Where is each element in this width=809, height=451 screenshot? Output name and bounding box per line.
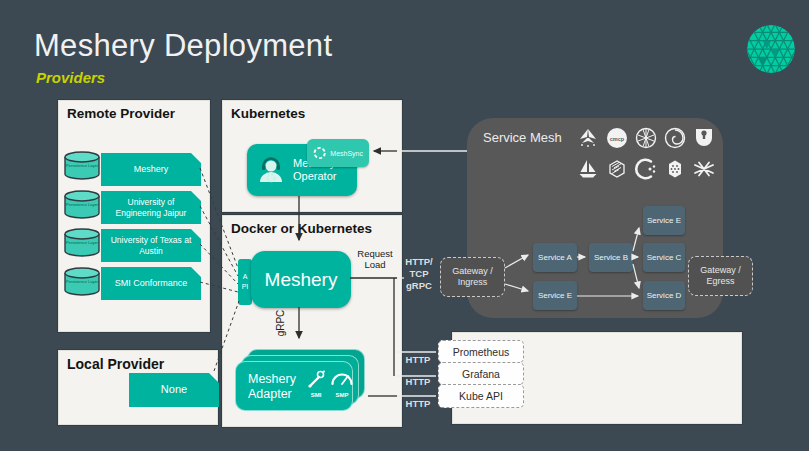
http-label: HTTP [400, 376, 436, 388]
service-node-label: Service D [647, 291, 682, 300]
shield-u-icon [692, 126, 716, 150]
page-subtitle: Providers [36, 69, 105, 86]
persistence-layer-label: Persistence Layer [65, 203, 99, 207]
sync-spinner-icon [313, 146, 326, 160]
hexagon-icon [663, 157, 687, 181]
operator-headset-icon [255, 154, 287, 186]
http-tcp-grpc-label: HTTP/ TCP gRPC [400, 256, 438, 292]
persistence-layer-label: Persistence Layer [65, 241, 99, 245]
page-title: Meshery Deployment [34, 28, 332, 64]
smi-tool-icon [306, 369, 326, 391]
service-node: Service C [643, 243, 685, 272]
service-node: Service B [589, 243, 633, 272]
service-node-label: Service C [647, 253, 682, 262]
meshery-box-label: Meshery [265, 269, 338, 291]
service-node: Service D [643, 281, 685, 310]
service-node-label: Service A [538, 253, 572, 262]
smp-gauge-icon [330, 369, 354, 391]
cube-mesh-icon [605, 157, 629, 181]
swirl-icon [663, 126, 687, 150]
gateway-egress-label: Gateway / Egress [695, 265, 746, 288]
remote-provider-item-label: University of Engineering Jaipur [105, 197, 197, 218]
remote-provider-item-label: SMI Conformance [115, 278, 188, 289]
service-node: Service A [533, 243, 577, 272]
mesh-sphere-icon [634, 126, 658, 150]
sailboat-icon [576, 157, 600, 181]
service-mesh-box: Service Mesh cmcp [467, 118, 723, 318]
meshsync-label: MeshSync [330, 150, 363, 157]
slide: Meshery Deployment Providers Remote Prov… [0, 0, 809, 451]
gateway-egress-box: Gateway / Egress [688, 256, 753, 296]
grafana-box: Grafana [438, 362, 524, 385]
local-provider-title: Local Provider [67, 356, 164, 372]
remote-provider-item: University of Texas at Austin [101, 229, 201, 262]
meshsync-box: MeshSync [307, 139, 369, 167]
remote-provider-item: SMI Conformance [101, 267, 201, 300]
remote-provider-item: Meshery [101, 153, 201, 186]
crescent-dots-icon [634, 157, 658, 181]
http-label: HTTP [400, 354, 436, 366]
meshery-adapter-box: Meshery Adapter SMI SMP [235, 361, 353, 411]
docker-kubernetes-title: Docker or Kubernetes [231, 221, 372, 236]
meshery-adapter-label: Meshery Adapter [248, 372, 306, 402]
smp-badge-label: SMP [332, 392, 352, 398]
local-provider-item: None [129, 373, 219, 407]
api-tab: API [238, 259, 252, 305]
request-load-label: Request Load [353, 248, 397, 271]
local-provider-panel: Local Provider None [58, 350, 218, 425]
meshery-box: Meshery [251, 251, 351, 308]
weave-icon [692, 157, 716, 181]
smi-badge-label: SMI [306, 392, 326, 398]
gateway-ingress-box: Gateway / Ingress [440, 257, 505, 297]
kubernetes-title: Kubernetes [231, 106, 305, 121]
moth-icon [576, 126, 600, 150]
kube-api-label: Kube API [459, 390, 503, 402]
remote-provider-item-label: Meshery [134, 164, 169, 175]
service-mesh-title: Service Mesh [483, 130, 562, 145]
kubernetes-panel: Kubernetes Meshery Operator MeshSync [222, 100, 402, 212]
meshery-logo-icon [746, 24, 796, 74]
remote-provider-title: Remote Provider [67, 106, 175, 121]
service-node-label: Service E [647, 216, 681, 225]
prometheus-box: Prometheus [438, 340, 524, 363]
persistence-layer-label: Persistence Layer [65, 164, 99, 168]
service-node: Service E [533, 281, 577, 310]
cmcp-badge-icon: cmcp [605, 126, 629, 150]
service-node-label: Service E [538, 291, 572, 300]
remote-provider-item-label: University of Texas at Austin [105, 235, 197, 256]
grpc-label: gRPC [275, 303, 289, 343]
svg-text:cmcp: cmcp [610, 136, 625, 142]
api-tab-label: API [241, 272, 249, 293]
local-provider-item-label: None [161, 383, 187, 397]
remote-provider-item: University of Engineering Jaipur [101, 191, 201, 224]
service-node-label: Service B [594, 253, 628, 262]
docker-kubernetes-panel: Docker or Kubernetes API Meshery Request… [222, 215, 402, 427]
prometheus-label: Prometheus [453, 346, 510, 358]
gateway-ingress-label: Gateway / Ingress [447, 266, 498, 289]
grafana-label: Grafana [462, 368, 500, 380]
kube-api-box: Kube API [438, 384, 524, 408]
remote-provider-panel: Remote Provider Persistence Layer Mesher… [58, 100, 210, 332]
persistence-layer-label: Persistence Layer [65, 280, 99, 284]
service-node: Service E [643, 206, 685, 235]
http-label: HTTP [400, 398, 436, 410]
